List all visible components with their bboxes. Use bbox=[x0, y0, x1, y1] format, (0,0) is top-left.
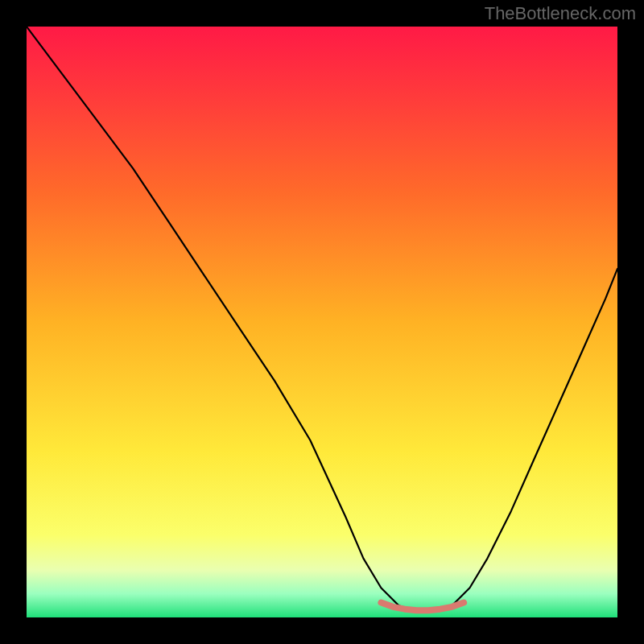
curve-svg bbox=[27, 27, 617, 617]
watermark-text: TheBottleneck.com bbox=[485, 3, 636, 24]
chart-container: TheBottleneck.com bbox=[0, 0, 644, 644]
marker-cluster bbox=[381, 603, 464, 611]
plot-area bbox=[27, 27, 617, 617]
bottleneck-curve bbox=[27, 27, 617, 612]
